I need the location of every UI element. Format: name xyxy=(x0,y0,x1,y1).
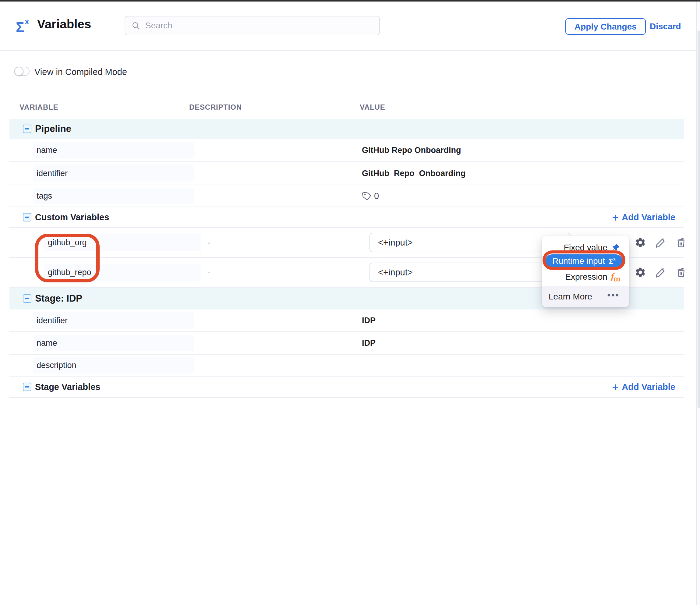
field-label-identifier: identifier xyxy=(33,165,194,181)
section-title-custom-variables: Custom Variables xyxy=(35,212,109,222)
fx-icon: f(x) xyxy=(611,272,620,282)
add-variable-button-stage[interactable]: + Add Variable xyxy=(612,382,675,392)
add-variable-label: Add Variable xyxy=(622,382,675,392)
menu-footer-learn-more[interactable]: Learn More ••• xyxy=(542,286,629,307)
menu-item-runtime-input[interactable]: Runtime input Σx xyxy=(545,254,623,268)
field-value-name: GitHub Repo Onboarding xyxy=(362,146,461,155)
table-row-stage-description: description xyxy=(9,355,684,377)
sigma-icon: Σx xyxy=(609,256,616,266)
add-variable-label: Add Variable xyxy=(622,212,675,222)
compiled-mode-label: View in Compiled Mode xyxy=(34,67,127,77)
settings-gear-icon[interactable] xyxy=(634,267,646,278)
variable-description: - xyxy=(208,268,210,277)
menu-item-fixed-value[interactable]: Fixed value xyxy=(564,241,620,254)
table-row-pipeline-identifier: identifier GitHub_Repo_Onboarding xyxy=(9,162,684,185)
section-row-custom-variables: Custom Variables + Add Variable xyxy=(9,207,684,228)
menu-item-expression[interactable]: Expression f(x) xyxy=(565,270,620,284)
menu-item-label: Expression xyxy=(565,272,607,282)
column-header-variable: VARIABLE xyxy=(20,103,58,111)
edit-pencil-icon[interactable] xyxy=(655,267,666,278)
edit-pencil-icon[interactable] xyxy=(655,237,666,248)
apply-changes-button[interactable]: Apply Changes xyxy=(565,18,646,35)
field-label-identifier: identifier xyxy=(33,312,194,329)
add-variable-button-custom[interactable]: + Add Variable xyxy=(612,212,675,222)
section-title-stage-variables: Stage Variables xyxy=(35,382,100,392)
variables-sigma-icon: Σx xyxy=(16,18,29,34)
more-dots-icon: ••• xyxy=(607,290,620,300)
field-value-identifier: GitHub_Repo_Onboarding xyxy=(362,169,466,178)
settings-gear-icon[interactable] xyxy=(634,237,646,248)
variable-description: - xyxy=(208,238,210,247)
scrollbar-track xyxy=(696,2,700,605)
delete-trash-icon[interactable] xyxy=(675,237,687,248)
table-row-pipeline-tags: tags 0 xyxy=(9,185,684,207)
variable-name-github-org: github_org xyxy=(44,234,201,251)
search-icon xyxy=(131,21,141,30)
field-value-identifier: IDP xyxy=(362,316,376,325)
variables-panel: Σx Variables Apply Changes Discard View … xyxy=(0,0,700,605)
collapse-icon-stage[interactable] xyxy=(23,294,31,303)
discard-link[interactable]: Discard xyxy=(650,22,681,31)
tags-count: 0 xyxy=(374,191,379,201)
section-row-stage-variables: Stage Variables + Add Variable xyxy=(9,377,684,398)
collapse-icon-pipeline[interactable] xyxy=(23,125,31,133)
collapse-icon-custom-variables[interactable] xyxy=(23,213,31,222)
section-row-pipeline: Pipeline xyxy=(9,119,684,139)
pin-icon xyxy=(611,243,620,252)
menu-item-label: Runtime input xyxy=(552,256,605,266)
table-row-stage-identifier: identifier IDP xyxy=(9,309,684,332)
plus-icon: + xyxy=(612,212,619,222)
field-label-tags: tags xyxy=(33,188,194,204)
panel-header: Σx Variables Apply Changes Discard xyxy=(0,2,700,51)
field-label-name: name xyxy=(33,142,194,158)
field-value-name: IDP xyxy=(362,338,376,348)
value-type-menu: Fixed value Runtime input Σx Expression … xyxy=(542,236,629,307)
menu-item-label: Fixed value xyxy=(564,243,607,253)
table-row-pipeline-name: name GitHub Repo Onboarding xyxy=(9,139,684,162)
variable-name-github-repo: github_repo xyxy=(44,264,201,281)
section-title-pipeline: Pipeline xyxy=(35,123,71,134)
search-input[interactable] xyxy=(125,16,380,35)
toggle-knob xyxy=(14,67,23,76)
field-label-name: name xyxy=(33,335,194,351)
page-title: Variables xyxy=(37,17,91,31)
collapse-icon-stage-variables[interactable] xyxy=(23,383,31,391)
tag-icon xyxy=(361,191,372,201)
tags-value: 0 xyxy=(362,191,379,201)
field-label-description: description xyxy=(33,357,194,374)
search-box xyxy=(125,16,380,35)
section-title-stage: Stage: IDP xyxy=(35,293,82,304)
plus-icon: + xyxy=(612,382,619,392)
compiled-mode-toggle[interactable] xyxy=(14,67,29,76)
variable-value-input-github-org[interactable]: <+input> xyxy=(370,233,571,252)
column-header-value: VALUE xyxy=(360,103,385,111)
scrollbar-thumb[interactable] xyxy=(698,30,700,408)
delete-trash-icon[interactable] xyxy=(675,267,687,278)
learn-more-label: Learn More xyxy=(549,292,592,302)
table-row-stage-name: name IDP xyxy=(9,332,684,355)
variable-value-input-github-repo[interactable]: <+input> xyxy=(370,262,571,282)
column-header-description: DESCRIPTION xyxy=(189,103,242,111)
